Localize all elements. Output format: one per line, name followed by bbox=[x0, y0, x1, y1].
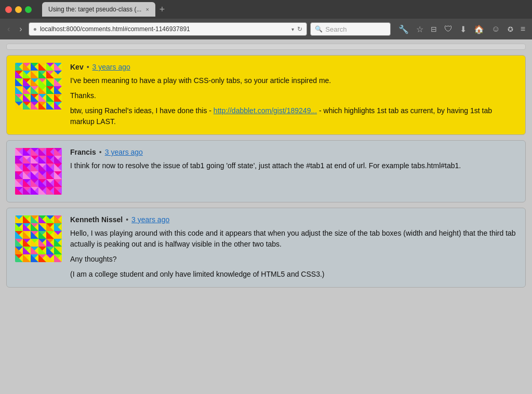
back-button[interactable]: ‹ bbox=[4, 22, 13, 36]
comment-author-francis: Francis bbox=[70, 148, 96, 156]
dropdown-icon[interactable]: ▾ bbox=[291, 26, 294, 32]
reader-icon[interactable]: ⊟ bbox=[428, 24, 440, 34]
active-tab[interactable]: Using the: target pseudo-class (... × bbox=[42, 2, 155, 17]
home-icon[interactable]: 🏠 bbox=[471, 23, 487, 35]
comment-card-kenneth: Kenneth Nissel • 3 years ago Hello, I wa… bbox=[6, 208, 526, 288]
tools-icon[interactable]: 🔧 bbox=[396, 23, 411, 35]
comment-link-kev[interactable]: http://dabblet.com/gist/189249... bbox=[214, 106, 317, 115]
comment-text-kenneth-2: Any thoughts? bbox=[70, 254, 517, 265]
comment-dot-francis: • bbox=[99, 148, 102, 156]
maximize-button[interactable] bbox=[25, 6, 32, 13]
comment-time-kenneth[interactable]: 3 years ago bbox=[131, 215, 169, 224]
comment-time-kev[interactable]: 3 years ago bbox=[92, 63, 130, 71]
traffic-lights bbox=[5, 6, 32, 13]
bookmark-icon[interactable]: ☆ bbox=[414, 23, 426, 35]
tab-label: Using the: target pseudo-class (... bbox=[48, 6, 141, 13]
comment-dot-kev: • bbox=[87, 63, 89, 71]
avatar-kev bbox=[15, 63, 62, 110]
address-text: localhost:8000/comments.html#comment-114… bbox=[40, 25, 288, 33]
comment-body-francis: Francis • 3 years ago I think for now to… bbox=[70, 148, 517, 195]
tab-bar: Using the: target pseudo-class (... × + bbox=[42, 2, 168, 17]
pocket-icon[interactable]: 🛡 bbox=[442, 23, 455, 35]
comment-body-kev: Kev • 3 years ago I've been meaning to h… bbox=[70, 63, 517, 127]
comment-time-francis[interactable]: 3 years ago bbox=[105, 148, 143, 156]
browser-toolbar: 🔧 ☆ ⊟ 🛡 ⬇ 🏠 ☺ ✪ ≡ bbox=[396, 23, 528, 35]
comment-card-kev: Kev • 3 years ago I've been meaning to h… bbox=[6, 55, 526, 135]
title-bar: Using the: target pseudo-class (... × + bbox=[0, 0, 532, 19]
sync-icon[interactable]: ✪ bbox=[505, 24, 516, 34]
forward-button[interactable]: › bbox=[16, 22, 25, 36]
minimize-button[interactable] bbox=[15, 6, 22, 13]
comment-dot-kenneth: • bbox=[126, 215, 128, 224]
lock-icon: ● bbox=[33, 25, 37, 33]
page-content: Kev • 3 years ago I've been meaning to h… bbox=[0, 39, 532, 394]
emoji-icon[interactable]: ☺ bbox=[489, 23, 502, 35]
menu-icon[interactable]: ≡ bbox=[518, 23, 528, 35]
comment-header-kev: Kev • 3 years ago bbox=[70, 63, 517, 71]
comment-author-kenneth: Kenneth Nissel bbox=[70, 215, 123, 224]
search-icon: 🔍 bbox=[315, 25, 323, 33]
refresh-icon[interactable]: ↻ bbox=[297, 25, 302, 33]
partial-comment-bar bbox=[6, 44, 526, 50]
download-icon[interactable]: ⬇ bbox=[457, 23, 469, 35]
nav-bar: ‹ › ● localhost:8000/comments.html#comme… bbox=[0, 19, 532, 39]
comment-text-francis-1: I think for now to resolve the issue of … bbox=[70, 160, 517, 171]
address-bar[interactable]: ● localhost:8000/comments.html#comment-1… bbox=[29, 22, 308, 36]
comment-text-kenneth-1: Hello, I was playing around with this co… bbox=[70, 228, 517, 250]
comment-header-kenneth: Kenneth Nissel • 3 years ago bbox=[70, 215, 517, 224]
search-placeholder: Search bbox=[325, 25, 347, 33]
comment-text-kenneth-3: (I am a college student and only have li… bbox=[70, 269, 517, 280]
avatar-kenneth bbox=[15, 215, 62, 262]
close-button[interactable] bbox=[5, 6, 12, 13]
comment-body-kenneth: Kenneth Nissel • 3 years ago Hello, I wa… bbox=[70, 215, 517, 280]
comment-text-kev-2: Thanks. bbox=[70, 90, 517, 101]
comment-text-kev-3: btw, using Rachel's ideas, I have done t… bbox=[70, 105, 517, 127]
comment-card-francis: Francis • 3 years ago I think for now to… bbox=[6, 140, 526, 202]
search-box[interactable]: 🔍 Search bbox=[310, 22, 391, 36]
avatar-francis bbox=[15, 148, 62, 195]
comment-text-kev-1: I've been meaning to have a play with CS… bbox=[70, 75, 517, 86]
new-tab-button[interactable]: + bbox=[156, 2, 168, 17]
comment-author-kev: Kev bbox=[70, 63, 84, 71]
comment-header-francis: Francis • 3 years ago bbox=[70, 148, 517, 156]
tab-close-icon[interactable]: × bbox=[145, 6, 149, 12]
